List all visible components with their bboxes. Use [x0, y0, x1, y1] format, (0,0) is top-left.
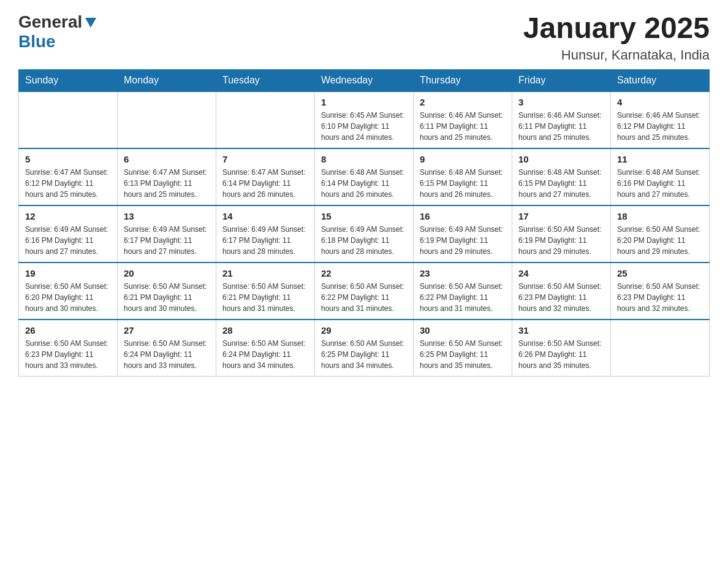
calendar-header-row: SundayMondayTuesdayWednesdayThursdayFrid…	[19, 69, 710, 91]
day-number: 5	[25, 154, 111, 164]
day-info: Sunrise: 6:49 AM Sunset: 6:17 PM Dayligh…	[124, 224, 210, 257]
day-info: Sunrise: 6:50 AM Sunset: 6:22 PM Dayligh…	[420, 281, 506, 314]
calendar-cell	[216, 91, 315, 148]
calendar-header-wednesday: Wednesday	[315, 69, 414, 91]
calendar-cell	[118, 91, 216, 148]
day-number: 10	[518, 154, 604, 164]
day-number: 20	[124, 268, 210, 278]
calendar-cell: 7Sunrise: 6:47 AM Sunset: 6:14 PM Daylig…	[216, 148, 315, 205]
day-info: Sunrise: 6:50 AM Sunset: 6:23 PM Dayligh…	[617, 281, 703, 314]
calendar-cell: 11Sunrise: 6:48 AM Sunset: 6:16 PM Dayli…	[611, 148, 710, 205]
calendar-cell: 29Sunrise: 6:50 AM Sunset: 6:25 PM Dayli…	[315, 320, 414, 377]
day-info: Sunrise: 6:49 AM Sunset: 6:19 PM Dayligh…	[420, 224, 506, 257]
calendar-cell: 21Sunrise: 6:50 AM Sunset: 6:21 PM Dayli…	[216, 262, 315, 320]
calendar-header-sunday: Sunday	[19, 69, 118, 91]
calendar-cell: 3Sunrise: 6:46 AM Sunset: 6:11 PM Daylig…	[512, 91, 611, 148]
calendar-cell: 8Sunrise: 6:48 AM Sunset: 6:14 PM Daylig…	[315, 148, 414, 205]
day-number: 18	[617, 211, 703, 221]
day-number: 30	[420, 325, 506, 335]
calendar-cell: 24Sunrise: 6:50 AM Sunset: 6:23 PM Dayli…	[512, 262, 611, 320]
day-number: 21	[222, 268, 308, 278]
calendar-cell: 1Sunrise: 6:45 AM Sunset: 6:10 PM Daylig…	[315, 91, 414, 148]
day-number: 7	[222, 154, 308, 164]
day-number: 11	[617, 154, 703, 164]
day-number: 22	[321, 268, 407, 278]
day-number: 17	[518, 211, 604, 221]
calendar-cell: 20Sunrise: 6:50 AM Sunset: 6:21 PM Dayli…	[118, 262, 216, 320]
calendar-week-5: 26Sunrise: 6:50 AM Sunset: 6:23 PM Dayli…	[19, 320, 710, 377]
day-number: 3	[518, 97, 604, 107]
calendar-cell: 14Sunrise: 6:49 AM Sunset: 6:17 PM Dayli…	[216, 205, 315, 262]
calendar-cell: 2Sunrise: 6:46 AM Sunset: 6:11 PM Daylig…	[414, 91, 512, 148]
calendar-cell: 13Sunrise: 6:49 AM Sunset: 6:17 PM Dayli…	[118, 205, 216, 262]
calendar-cell: 27Sunrise: 6:50 AM Sunset: 6:24 PM Dayli…	[118, 320, 216, 377]
calendar-cell: 30Sunrise: 6:50 AM Sunset: 6:25 PM Dayli…	[414, 320, 512, 377]
day-number: 23	[420, 268, 506, 278]
calendar-cell: 31Sunrise: 6:50 AM Sunset: 6:26 PM Dayli…	[512, 320, 611, 377]
day-info: Sunrise: 6:49 AM Sunset: 6:18 PM Dayligh…	[321, 224, 407, 257]
day-number: 9	[420, 154, 506, 164]
calendar-cell: 18Sunrise: 6:50 AM Sunset: 6:20 PM Dayli…	[611, 205, 710, 262]
day-number: 4	[617, 97, 703, 107]
day-number: 19	[25, 268, 111, 278]
logo: General Blue	[18, 12, 97, 52]
day-number: 26	[25, 325, 111, 335]
day-number: 13	[124, 211, 210, 221]
calendar-cell: 15Sunrise: 6:49 AM Sunset: 6:18 PM Dayli…	[315, 205, 414, 262]
calendar-cell: 6Sunrise: 6:47 AM Sunset: 6:13 PM Daylig…	[118, 148, 216, 205]
calendar-header-friday: Friday	[512, 69, 611, 91]
calendar-cell	[611, 320, 710, 377]
day-info: Sunrise: 6:47 AM Sunset: 6:12 PM Dayligh…	[25, 167, 111, 200]
day-info: Sunrise: 6:46 AM Sunset: 6:11 PM Dayligh…	[420, 110, 506, 143]
day-info: Sunrise: 6:49 AM Sunset: 6:17 PM Dayligh…	[222, 224, 308, 257]
day-info: Sunrise: 6:46 AM Sunset: 6:11 PM Dayligh…	[518, 110, 604, 143]
logo-general-text: General	[18, 12, 82, 32]
day-number: 16	[420, 211, 506, 221]
title-block: January 2025 Hunsur, Karnataka, India	[523, 12, 710, 63]
calendar-week-3: 12Sunrise: 6:49 AM Sunset: 6:16 PM Dayli…	[19, 205, 710, 262]
day-number: 15	[321, 211, 407, 221]
calendar-cell	[19, 91, 118, 148]
calendar-cell: 19Sunrise: 6:50 AM Sunset: 6:20 PM Dayli…	[19, 262, 118, 320]
calendar-cell: 23Sunrise: 6:50 AM Sunset: 6:22 PM Dayli…	[414, 262, 512, 320]
day-info: Sunrise: 6:50 AM Sunset: 6:20 PM Dayligh…	[617, 224, 703, 257]
calendar-table: SundayMondayTuesdayWednesdayThursdayFrid…	[18, 69, 710, 377]
day-info: Sunrise: 6:48 AM Sunset: 6:16 PM Dayligh…	[617, 167, 703, 200]
day-info: Sunrise: 6:50 AM Sunset: 6:25 PM Dayligh…	[321, 338, 407, 371]
page-header: General Blue January 2025 Hunsur, Karnat…	[18, 12, 710, 63]
day-info: Sunrise: 6:50 AM Sunset: 6:24 PM Dayligh…	[124, 338, 210, 371]
day-info: Sunrise: 6:50 AM Sunset: 6:19 PM Dayligh…	[518, 224, 604, 257]
calendar-cell: 28Sunrise: 6:50 AM Sunset: 6:24 PM Dayli…	[216, 320, 315, 377]
day-info: Sunrise: 6:45 AM Sunset: 6:10 PM Dayligh…	[321, 110, 407, 143]
calendar-cell: 5Sunrise: 6:47 AM Sunset: 6:12 PM Daylig…	[19, 148, 118, 205]
day-info: Sunrise: 6:50 AM Sunset: 6:21 PM Dayligh…	[124, 281, 210, 314]
page-title: January 2025	[523, 12, 710, 45]
day-info: Sunrise: 6:50 AM Sunset: 6:25 PM Dayligh…	[420, 338, 506, 371]
day-number: 24	[518, 268, 604, 278]
day-info: Sunrise: 6:49 AM Sunset: 6:16 PM Dayligh…	[25, 224, 111, 257]
calendar-cell: 4Sunrise: 6:46 AM Sunset: 6:12 PM Daylig…	[611, 91, 710, 148]
calendar-cell: 9Sunrise: 6:48 AM Sunset: 6:15 PM Daylig…	[414, 148, 512, 205]
day-number: 28	[222, 325, 308, 335]
logo-arrow-icon	[84, 15, 97, 29]
day-number: 27	[124, 325, 210, 335]
day-info: Sunrise: 6:47 AM Sunset: 6:14 PM Dayligh…	[222, 167, 308, 200]
calendar-header-saturday: Saturday	[611, 69, 710, 91]
day-number: 29	[321, 325, 407, 335]
calendar-header-tuesday: Tuesday	[216, 69, 315, 91]
day-number: 1	[321, 97, 407, 107]
day-info: Sunrise: 6:50 AM Sunset: 6:22 PM Dayligh…	[321, 281, 407, 314]
calendar-cell: 17Sunrise: 6:50 AM Sunset: 6:19 PM Dayli…	[512, 205, 611, 262]
day-info: Sunrise: 6:50 AM Sunset: 6:23 PM Dayligh…	[518, 281, 604, 314]
day-number: 31	[518, 325, 604, 335]
day-info: Sunrise: 6:50 AM Sunset: 6:23 PM Dayligh…	[25, 338, 111, 371]
calendar-header-thursday: Thursday	[414, 69, 512, 91]
day-number: 2	[420, 97, 506, 107]
day-info: Sunrise: 6:46 AM Sunset: 6:12 PM Dayligh…	[617, 110, 703, 143]
calendar-cell: 10Sunrise: 6:48 AM Sunset: 6:15 PM Dayli…	[512, 148, 611, 205]
calendar-cell: 12Sunrise: 6:49 AM Sunset: 6:16 PM Dayli…	[19, 205, 118, 262]
calendar-cell: 26Sunrise: 6:50 AM Sunset: 6:23 PM Dayli…	[19, 320, 118, 377]
day-info: Sunrise: 6:50 AM Sunset: 6:20 PM Dayligh…	[25, 281, 111, 314]
calendar-cell: 22Sunrise: 6:50 AM Sunset: 6:22 PM Dayli…	[315, 262, 414, 320]
day-info: Sunrise: 6:50 AM Sunset: 6:21 PM Dayligh…	[222, 281, 308, 314]
